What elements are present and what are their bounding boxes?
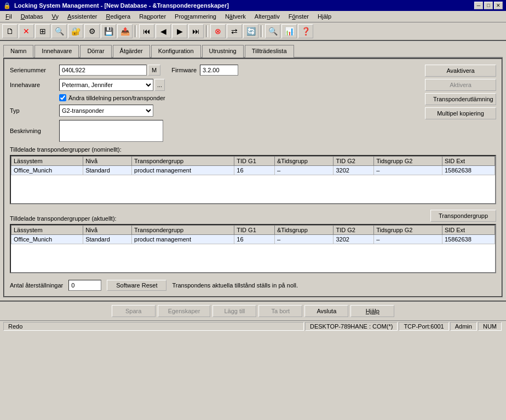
m-button[interactable]: M [148, 65, 160, 76]
app-icon: 🔒 [3, 2, 11, 9]
checkbox-andratilldelning[interactable] [59, 94, 66, 101]
status-tcp: TCP-Port:6001 [399, 322, 449, 331]
menu-hjalp[interactable]: Hjälp [314, 12, 335, 21]
cell-transpondergrupp-2: product management [132, 235, 234, 244]
serienummer-row: Serienummer M Firmware [10, 65, 496, 76]
menu-databas[interactable]: Databas [18, 12, 47, 21]
cell-tid-g1-2: 16 [234, 235, 275, 244]
toolbar-next-btn[interactable]: ▶ [172, 24, 187, 38]
toolbar-chip-btn[interactable]: 💾 [101, 24, 116, 38]
avsluta-button[interactable]: Avsluta [304, 305, 348, 317]
multipel-kopiering-button[interactable]: Multipel kopiering [425, 107, 496, 119]
tab-tilltradelslista[interactable]: Tillträdeslista [245, 45, 294, 57]
menu-alternativ[interactable]: Alternativ [251, 12, 283, 21]
toolbar-refresh-btn[interactable]: ⇄ [227, 24, 242, 38]
tab-namn[interactable]: Namn [3, 45, 33, 57]
toolbar-export-btn[interactable]: 📊 [281, 24, 297, 38]
toolbar-new-btn[interactable]: 🗋 [2, 24, 18, 38]
menu-rapporter[interactable]: Rapporter [136, 12, 169, 21]
table-row[interactable]: Office_Munich Standard product managemen… [12, 235, 495, 244]
col-tid-g1-1: TID G1 [234, 157, 275, 166]
table-nominal-container: Lässystem Nivå Transpondergrupp TID G1 &… [10, 155, 496, 204]
status-server: DESKTOP-789HANE : COM(*) [305, 322, 398, 331]
toolbar-send-btn[interactable]: 📤 [117, 24, 133, 38]
egenskaper-button[interactable]: Egenskaper [158, 305, 211, 317]
innehavare-select[interactable]: Peterman, Jennifer [59, 79, 153, 91]
menu-assistenter[interactable]: Assistenter [64, 12, 100, 21]
menu-redigera[interactable]: Redigera [102, 12, 134, 21]
toolbar-last-btn[interactable]: ⏭ [188, 24, 204, 38]
menu-programmering[interactable]: Programmering [171, 12, 220, 21]
cell-sid-ext-2: 15862638 [442, 235, 495, 244]
avaktivera-button[interactable]: Avaktivera [425, 65, 496, 77]
cell-niva-1: Standard [83, 166, 132, 175]
toolbar-delete-btn[interactable]: ✕ [19, 24, 34, 38]
tab-utrustning[interactable]: Utrustning [202, 45, 244, 57]
col-niva-2: Nivå [83, 226, 132, 235]
beskrivning-row: Beskrivning [10, 120, 496, 142]
transpondergrupp-button[interactable]: Transpondergrupp [430, 210, 496, 222]
menu-fonster[interactable]: Fönster [285, 12, 312, 21]
toolbar-sep1 [135, 25, 137, 37]
hjalp-bottom-button[interactable]: Hjälp [350, 305, 394, 317]
typ-label: Typ [10, 107, 59, 114]
toolbar-lock-btn[interactable]: 🔐 [68, 24, 83, 38]
col-tid-g1-2: TID G1 [234, 226, 275, 235]
firmware-input[interactable] [200, 65, 238, 76]
menu-fil[interactable]: Fil [2, 12, 15, 21]
col-niva-1: Nivå [83, 157, 132, 166]
ta-bort-button[interactable]: Ta bort [258, 305, 302, 317]
beskrivning-input[interactable] [59, 120, 163, 142]
table-current-container: Lässystem Nivå Transpondergrupp TID G1 &… [10, 224, 496, 273]
tab-innehavare[interactable]: Innehavare [34, 45, 79, 57]
cell-tidsgrupp-1: – [274, 166, 333, 175]
col-transpondergrupp-2: Transpondergrupp [132, 226, 234, 235]
col-lassystem-2: Lässystem [12, 226, 83, 235]
toolbar-grid-btn[interactable]: ⊞ [35, 24, 50, 38]
lagg-till-button[interactable]: Lägg till [212, 305, 256, 317]
cell-lassystem-1: Office_Munich [12, 166, 83, 175]
serienummer-input[interactable] [59, 65, 147, 76]
tab-konfiguration[interactable]: Konfiguration [151, 45, 201, 57]
menu-vy[interactable]: Vy [49, 12, 62, 21]
aktivera-button[interactable]: Aktivera [425, 79, 496, 91]
col-tidsgrupp-g2-2: Tidsgrupp G2 [374, 226, 442, 235]
transponderutlamning-button[interactable]: Transponderutlämning [425, 93, 496, 105]
tab-dorrar[interactable]: Dörrar [80, 45, 111, 57]
toolbar-help-btn[interactable]: ❓ [298, 24, 313, 38]
toolbar-sep2 [206, 25, 208, 37]
title-bar-controls[interactable]: ─ □ ✕ [474, 2, 503, 9]
toolbar-settings-btn[interactable]: ⚙ [84, 24, 100, 38]
maximize-button[interactable]: □ [484, 2, 493, 9]
table-row[interactable]: Office_Munich Standard product managemen… [12, 166, 495, 175]
minimize-button[interactable]: ─ [474, 2, 483, 9]
cell-niva-2: Standard [83, 235, 132, 244]
menu-bar: Fil Databas Vy Assistenter Redigera Rapp… [0, 11, 506, 22]
close-button[interactable]: ✕ [494, 2, 503, 9]
cell-sid-ext-1: 15862638 [442, 166, 495, 175]
checkbox-label: Ändra tilldelning person/transponder [68, 95, 165, 101]
serienummer-label: Serienummer [10, 67, 59, 73]
toolbar-prev-btn[interactable]: ◀ [156, 24, 171, 38]
toolbar-find-btn[interactable]: 🔍 [265, 24, 280, 38]
right-action-buttons: Avaktivera Aktivera Transponderutlämning… [425, 65, 496, 119]
antal-input[interactable] [68, 280, 101, 291]
reset-description: Transpondens aktuella tillstånd ställs i… [172, 282, 298, 289]
dots-button[interactable]: ... [154, 79, 165, 91]
status-ready: Redo [3, 322, 304, 331]
beskrivning-label: Beskrivning [10, 128, 59, 134]
toolbar-search-btn[interactable]: 🔍 [51, 24, 67, 38]
toolbar-sync-btn[interactable]: 🔄 [243, 24, 258, 38]
menu-natverk[interactable]: Nätverk [222, 12, 249, 21]
spara-button[interactable]: Spara [112, 305, 156, 317]
status-user: Admin [450, 322, 477, 331]
typ-select[interactable]: G2-transponder [59, 105, 153, 117]
window-title: Locking System Management - [New Databas… [14, 2, 229, 9]
tab-atgarder[interactable]: Åtgärder [113, 45, 150, 57]
col-tid-g2-1: TID G2 [334, 157, 374, 166]
toolbar-cancel-btn[interactable]: ⊗ [210, 24, 226, 38]
toolbar-first-btn[interactable]: ⏮ [139, 24, 154, 38]
software-reset-button[interactable]: Software Reset [107, 280, 166, 291]
cell-tidsgrupp-g2-1: – [374, 166, 442, 175]
form-panel: Avaktivera Aktivera Transponderutlämning… [3, 58, 503, 297]
